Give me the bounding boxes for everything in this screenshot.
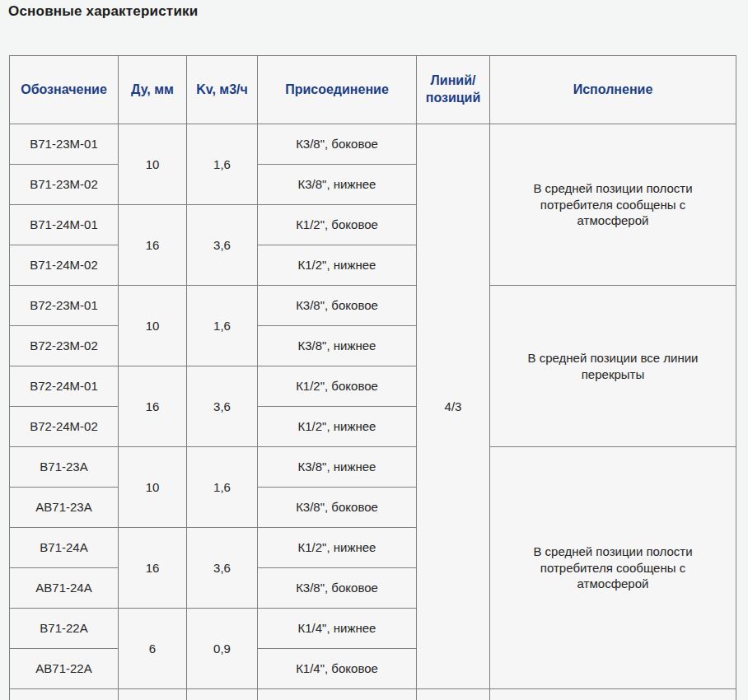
- kv-cell: 3,6: [187, 366, 258, 447]
- header-connection: Присоединение: [258, 56, 417, 124]
- designation-cell: АВ71-23А: [10, 488, 119, 528]
- characteristics-table: Обозначение Ду, мм Kv, м3/ч Присоединени…: [9, 55, 736, 700]
- designation-cell: АВ71-24А: [10, 568, 119, 609]
- designation-cell: В71-33А: [10, 689, 119, 700]
- du-cell: 10: [119, 447, 187, 528]
- designation-cell: В71-24М-02: [10, 245, 119, 286]
- du-cell: 10: [119, 124, 187, 205]
- connection-cell: К1/2", нижнее: [258, 407, 417, 447]
- connection-cell: К1/2", боковое: [258, 205, 417, 245]
- execution-cell: В средней позиции все линии перекрыты: [490, 286, 736, 447]
- header-du: Ду, мм: [119, 56, 187, 124]
- kv-cell: 1,6: [187, 124, 258, 205]
- header-kv: Kv, м3/ч: [187, 56, 258, 124]
- du-cell: 6: [119, 609, 187, 689]
- du-cell: 16: [119, 528, 187, 609]
- connection-cell: К3/8", нижнее: [258, 165, 417, 205]
- designation-cell: В72-24М-01: [10, 366, 119, 407]
- kv-cell: 1,6: [187, 286, 258, 366]
- designation-cell: В71-24А: [10, 528, 119, 568]
- designation-cell: В72-23М-01: [10, 286, 119, 326]
- execution-cell: В средней позиции полости потребителя со…: [490, 124, 736, 286]
- connection-cell: К1/2", нижнее: [258, 528, 417, 568]
- connection-cell: К1/4", боковое: [258, 649, 417, 689]
- lines-positions-cell: 4/3: [417, 124, 490, 689]
- connection-cell: К3/8", боковое: [258, 488, 417, 528]
- designation-cell: В71-23М-01: [10, 124, 119, 165]
- lines-positions-cell: 6/3: [417, 689, 490, 700]
- du-cell: 16: [119, 366, 187, 447]
- kv-cell: 0,9: [187, 609, 258, 689]
- header-row: Обозначение Ду, мм Kv, м3/ч Присоединени…: [10, 56, 736, 124]
- du-cell: 10: [119, 689, 187, 700]
- page-title: Основные характеристики: [8, 3, 748, 20]
- header-lines-line1: Линий/: [431, 73, 476, 87]
- header-lines-positions: Линий/позиций: [417, 56, 490, 124]
- table-row: В71-33А 10 1,6 К3/8", нижнее 6/3: [10, 689, 736, 700]
- connection-cell: К1/2", нижнее: [258, 245, 417, 286]
- connection-cell: К1/4", нижнее: [258, 609, 417, 649]
- connection-cell: К3/8", нижнее: [258, 447, 417, 488]
- table-row: В71-23М-01 10 1,6 К3/8", боковое 4/3 В с…: [10, 124, 736, 165]
- kv-cell: 1,6: [187, 447, 258, 528]
- connection-cell: К3/8", боковое: [258, 124, 417, 165]
- connection-cell: К1/2", боковое: [258, 366, 417, 407]
- designation-cell: В72-24М-02: [10, 407, 119, 447]
- du-cell: 10: [119, 286, 187, 366]
- header-lines-line2: позиций: [426, 91, 481, 105]
- designation-cell: В71-23А: [10, 447, 119, 488]
- execution-cell: В средней позиции полости потребителя со…: [490, 447, 736, 689]
- execution-cell: [490, 689, 736, 700]
- connection-cell: К3/8", нижнее: [258, 326, 417, 366]
- designation-cell: В71-24М-01: [10, 205, 119, 245]
- table-row: В71-23А 10 1,6 К3/8", нижнее В средней п…: [10, 447, 736, 488]
- designation-cell: АВ71-22А: [10, 649, 119, 689]
- kv-cell: 3,6: [187, 528, 258, 609]
- header-designation: Обозначение: [10, 56, 119, 124]
- header-execution: Исполнение: [490, 56, 736, 124]
- designation-cell: В71-23М-02: [10, 165, 119, 205]
- connection-cell: К3/8", боковое: [258, 568, 417, 609]
- connection-cell: К3/8", нижнее: [258, 689, 417, 700]
- designation-cell: В72-23М-02: [10, 326, 119, 366]
- du-cell: 16: [119, 205, 187, 286]
- table-row: В72-23М-01 10 1,6 К3/8", боковое В средн…: [10, 286, 736, 326]
- designation-cell: В71-22А: [10, 609, 119, 649]
- kv-cell: 1,6: [187, 689, 258, 700]
- connection-cell: К3/8", боковое: [258, 286, 417, 326]
- kv-cell: 3,6: [187, 205, 258, 286]
